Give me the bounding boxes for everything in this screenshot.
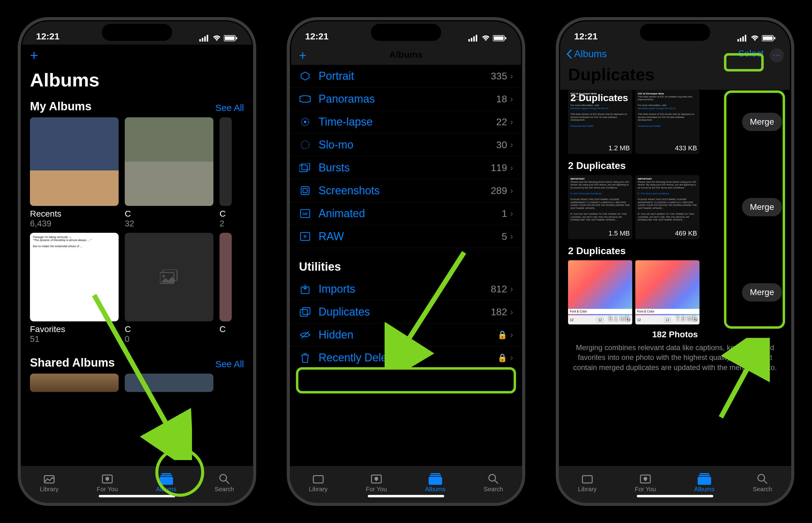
album-name: Recents: [30, 209, 119, 219]
tab-library[interactable]: Library: [40, 473, 58, 493]
tab-library[interactable]: Library: [309, 473, 327, 493]
svg-rect-58: [698, 475, 710, 476]
screenshots-icon: [299, 184, 311, 197]
tab-search[interactable]: Search: [484, 473, 503, 493]
media-type-timelapse[interactable]: Time-lapse22›: [290, 111, 522, 133]
slomo-icon: [299, 139, 311, 151]
more-button[interactable]: ⋯: [770, 48, 784, 62]
album-card-favorites[interactable]: Passage I'm taking seriously —"The dynam…: [30, 233, 119, 344]
album-card[interactable]: C 32: [125, 117, 213, 229]
merge-button[interactable]: Merge: [742, 283, 782, 302]
ellipsis-icon: ⋯: [773, 51, 780, 59]
svg-rect-42: [430, 473, 440, 474]
album-name: C: [220, 209, 232, 219]
for-you-icon: [370, 474, 382, 484]
battery-icon: [762, 35, 776, 41]
svg-text:R: R: [304, 234, 307, 239]
trash-icon: [299, 351, 311, 364]
utility-recently-deleted[interactable]: Recently Deleted🔒›: [290, 346, 522, 369]
merge-button[interactable]: Merge: [742, 198, 782, 216]
duplicate-thumb[interactable]: 121212 Font & Color 7.9 MB: [635, 260, 699, 324]
wifi-icon: [750, 35, 759, 41]
tab-albums[interactable]: Albums: [425, 473, 446, 493]
album-count: 51: [30, 334, 119, 344]
search-icon: [488, 473, 499, 485]
media-type-portrait[interactable]: Portrait335›: [290, 65, 522, 88]
svg-point-26: [304, 121, 306, 123]
tab-for-you[interactable]: For You: [635, 473, 656, 493]
album-card-peek[interactable]: C: [220, 233, 232, 344]
duplicate-thumb[interactable]: iOS 16 Developer BetaThis beta version o…: [635, 90, 699, 154]
tab-for-you[interactable]: For You: [366, 473, 387, 493]
media-type-screenshots[interactable]: Screenshots289›: [290, 179, 522, 202]
svg-rect-23: [494, 36, 503, 40]
tab-search[interactable]: Search: [753, 473, 772, 493]
home-indicator[interactable]: [637, 495, 713, 497]
animated-icon: GIF: [299, 208, 311, 220]
for-you-icon: [101, 474, 114, 484]
back-button[interactable]: Albums: [566, 48, 607, 59]
svg-point-27: [301, 141, 309, 149]
home-indicator[interactable]: [368, 495, 444, 497]
cellular-icon: [738, 35, 748, 41]
duplicate-thumb[interactable]: iOS 16 Developer BetaThis beta version o…: [568, 90, 632, 154]
duplicate-thumb[interactable]: IMPORTANTPlease read the following terms…: [568, 175, 632, 239]
album-name: C: [125, 324, 213, 334]
footer-description: Merging combines relevant data like capt…: [573, 343, 777, 372]
tab-for-you[interactable]: For You: [97, 473, 118, 493]
album-card-peek[interactable]: C 2: [220, 117, 232, 229]
album-thumb: [220, 117, 232, 206]
add-album-button[interactable]: +: [21, 44, 253, 66]
wifi-icon: [481, 35, 490, 41]
svg-rect-29: [302, 163, 310, 170]
tab-library[interactable]: Library: [578, 473, 597, 493]
search-icon: [757, 473, 768, 485]
placeholder-images-icon: [160, 269, 178, 285]
media-type-animated[interactable]: GIF Animated1›: [290, 202, 522, 225]
page-title: Duplicates: [559, 63, 791, 90]
phone-screenshot-2: 12:21 + Albums Portrait335› Panoramas18›…: [287, 17, 525, 506]
album-card[interactable]: C 0: [125, 233, 213, 344]
svg-rect-59: [698, 477, 711, 485]
chevron-right-icon: ›: [510, 307, 513, 317]
merge-button[interactable]: Merge: [742, 113, 782, 131]
status-indicators: [738, 35, 776, 41]
phone-notch: [640, 24, 710, 41]
svg-point-9: [162, 275, 165, 277]
add-album-button[interactable]: +: [299, 48, 307, 63]
svg-rect-19: [471, 38, 472, 41]
utility-hidden[interactable]: Hidden🔒›: [290, 324, 522, 346]
album-card-recents[interactable]: Recents 6,439: [30, 117, 119, 229]
status-indicators: [468, 35, 507, 41]
utility-duplicates[interactable]: Duplicates182›: [290, 301, 522, 324]
media-type-panoramas[interactable]: Panoramas18›: [290, 88, 522, 111]
imports-icon: [299, 283, 311, 295]
library-icon: [312, 474, 324, 484]
duplicate-thumb[interactable]: IMPORTANTPlease read the following terms…: [635, 175, 699, 239]
album-thumb: [125, 117, 213, 206]
media-type-slomo[interactable]: Slo-mo30›: [290, 133, 522, 157]
media-type-raw[interactable]: R RAW5›: [290, 225, 522, 248]
svg-rect-10: [44, 476, 54, 483]
library-icon: [43, 474, 55, 484]
home-indicator[interactable]: [99, 495, 175, 497]
tab-albums[interactable]: Albums: [156, 473, 176, 493]
svg-rect-18: [468, 39, 470, 41]
svg-line-16: [226, 481, 229, 484]
see-all-link[interactable]: See All: [215, 359, 244, 369]
select-button[interactable]: Select: [738, 48, 764, 59]
svg-line-46: [495, 481, 498, 484]
see-all-link[interactable]: See All: [215, 103, 244, 113]
duplicate-thumb[interactable]: 121212 Font & Color 9.1 MB: [568, 260, 632, 324]
utility-imports[interactable]: Imports812›: [290, 278, 522, 301]
status-time: 12:21: [305, 31, 329, 41]
utilities-header: Utilities: [290, 248, 522, 278]
tab-search[interactable]: Search: [214, 473, 234, 493]
album-card[interactable]: [125, 374, 213, 392]
bursts-icon: [299, 162, 311, 174]
svg-text:GIF: GIF: [303, 212, 308, 216]
tab-albums[interactable]: Albums: [694, 473, 714, 493]
album-card[interactable]: [30, 374, 119, 392]
media-type-bursts[interactable]: Bursts119›: [290, 157, 522, 179]
svg-rect-2: [204, 36, 206, 41]
